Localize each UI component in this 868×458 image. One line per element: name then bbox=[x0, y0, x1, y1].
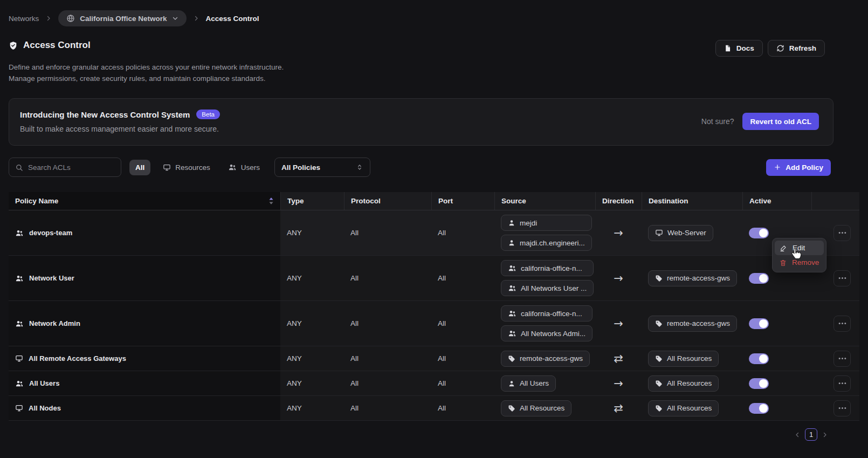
source-chip[interactable]: All Networks Admi... bbox=[501, 325, 593, 341]
monitor-icon bbox=[15, 354, 23, 363]
tag-icon bbox=[508, 355, 515, 363]
beta-banner: Introducing the New Access Control Syste… bbox=[9, 98, 833, 146]
port-value: All bbox=[431, 210, 494, 255]
source-chip[interactable]: california-office-n... bbox=[501, 305, 593, 322]
direction-arrow-icon: → bbox=[614, 377, 623, 390]
protocol-value: All bbox=[344, 371, 431, 395]
docs-button-label: Docs bbox=[736, 44, 754, 52]
active-toggle[interactable] bbox=[749, 378, 769, 389]
docs-button[interactable]: Docs bbox=[715, 40, 763, 57]
active-toggle[interactable] bbox=[749, 403, 769, 414]
source-chip[interactable]: mejdi bbox=[501, 215, 592, 231]
source-chip[interactable]: All Resources bbox=[501, 400, 571, 416]
select-chevrons-icon bbox=[356, 163, 363, 171]
refresh-button[interactable]: Refresh bbox=[768, 40, 825, 57]
toolbar: All Resources Users All Policies Add Pol… bbox=[9, 158, 859, 177]
direction-arrow-icon: → bbox=[614, 317, 623, 330]
chevron-down-icon bbox=[172, 15, 178, 22]
source-chip[interactable]: california-office-n... bbox=[501, 260, 594, 276]
banner-subtitle: Built to make access management easier a… bbox=[20, 125, 220, 133]
destination-chip[interactable]: remote-access-gws bbox=[648, 270, 737, 286]
column-policy-name[interactable]: Policy Name bbox=[9, 192, 280, 210]
row-actions-button[interactable] bbox=[833, 375, 851, 392]
pagination-prev-icon[interactable] bbox=[794, 432, 801, 438]
tag-icon bbox=[655, 320, 663, 327]
globe-icon bbox=[66, 14, 75, 23]
destination-chip[interactable]: All Resources bbox=[648, 351, 719, 367]
policy-name: devops-team bbox=[29, 229, 72, 237]
breadcrumb-current: Access Control bbox=[206, 15, 259, 23]
policies-table: Policy Name Type Protocol Port Source Di… bbox=[9, 192, 859, 421]
type-value: ANY bbox=[280, 256, 344, 300]
destination-chip[interactable]: Web-Server bbox=[648, 225, 713, 241]
row-actions-button[interactable] bbox=[833, 225, 851, 241]
source-chip[interactable]: remote-access-gws bbox=[501, 351, 590, 367]
type-value: ANY bbox=[280, 396, 344, 420]
network-selector[interactable]: California Office Network bbox=[58, 10, 186, 26]
protocol-value: All bbox=[344, 346, 431, 371]
destination-chip[interactable]: remote-access-gws bbox=[648, 316, 737, 332]
direction-both-icon: ⇄ bbox=[614, 352, 623, 365]
type-value: ANY bbox=[280, 210, 344, 255]
policy-name: All Nodes bbox=[29, 404, 61, 412]
active-toggle[interactable] bbox=[749, 353, 769, 364]
refresh-icon bbox=[776, 44, 784, 52]
destination-chip[interactable]: All Resources bbox=[648, 400, 719, 416]
row-actions-button[interactable] bbox=[833, 351, 851, 367]
table-row: All Users ANY All All All Users → All Re… bbox=[9, 371, 859, 396]
table-row: All Nodes ANY All All All Resources ⇄ Al… bbox=[9, 396, 859, 421]
revert-old-acl-button[interactable]: Revert to old ACL bbox=[742, 113, 819, 130]
policies-select-value: All Policies bbox=[281, 163, 320, 172]
search-box[interactable] bbox=[9, 158, 121, 177]
pagination-page-1[interactable]: 1 bbox=[805, 428, 817, 441]
port-value: All bbox=[431, 346, 494, 371]
direction-arrow-icon: → bbox=[614, 272, 623, 285]
active-toggle[interactable] bbox=[749, 273, 769, 284]
row-actions-button[interactable] bbox=[833, 400, 851, 416]
tag-icon bbox=[655, 355, 663, 363]
breadcrumb-networks-link[interactable]: Networks bbox=[9, 15, 39, 23]
sort-icon[interactable] bbox=[268, 197, 274, 205]
protocol-value: All bbox=[344, 256, 431, 300]
users-icon bbox=[15, 319, 24, 328]
source-chip[interactable]: All Users bbox=[501, 375, 556, 392]
ellipsis-icon bbox=[838, 407, 846, 409]
protocol-value: All bbox=[344, 396, 431, 420]
tag-icon bbox=[655, 275, 663, 282]
filter-tab-resources[interactable]: Resources bbox=[157, 160, 216, 175]
direction-arrow-icon: → bbox=[614, 227, 623, 240]
row-actions-button[interactable] bbox=[833, 316, 851, 332]
source-chip[interactable]: All Networks User ... bbox=[501, 280, 594, 296]
ellipsis-icon bbox=[838, 277, 846, 279]
filter-tab-all[interactable]: All bbox=[129, 160, 150, 175]
pagination-next-icon[interactable] bbox=[822, 432, 828, 438]
table-row: Network Admin ANY All All california-off… bbox=[9, 301, 859, 346]
banner-title: Introducing the New Access Control Syste… bbox=[20, 110, 190, 119]
search-icon bbox=[15, 163, 23, 172]
page-header: Access Control Docs Refresh bbox=[9, 40, 859, 57]
add-policy-button[interactable]: Add Policy bbox=[766, 159, 831, 176]
active-toggle[interactable] bbox=[749, 228, 769, 238]
users-icon bbox=[15, 274, 24, 283]
table-row: Network User ANY All All california-offi… bbox=[9, 256, 859, 301]
search-input[interactable] bbox=[28, 163, 115, 172]
policy-name: All Users bbox=[29, 379, 59, 387]
refresh-button-label: Refresh bbox=[789, 44, 816, 52]
type-value: ANY bbox=[280, 371, 344, 395]
direction-both-icon: ⇄ bbox=[614, 402, 623, 415]
row-actions-button[interactable] bbox=[833, 270, 851, 286]
table-row: All Remote Access Gateways ANY All All r… bbox=[9, 346, 859, 371]
active-toggle[interactable] bbox=[749, 318, 769, 329]
port-value: All bbox=[431, 371, 494, 395]
source-chip[interactable]: majdi.ch.engineeri... bbox=[501, 235, 592, 251]
trash-icon bbox=[780, 259, 787, 266]
filter-tab-users[interactable]: Users bbox=[223, 159, 265, 175]
page-title: Access Control bbox=[23, 40, 91, 51]
network-selector-label: California Office Network bbox=[80, 15, 167, 23]
policies-select[interactable]: All Policies bbox=[274, 158, 370, 177]
type-value: ANY bbox=[280, 346, 344, 371]
pagination: 1 bbox=[9, 428, 859, 441]
destination-chip[interactable]: All Resources bbox=[648, 375, 719, 392]
users-icon bbox=[228, 163, 237, 172]
column-port: Port bbox=[431, 192, 494, 210]
